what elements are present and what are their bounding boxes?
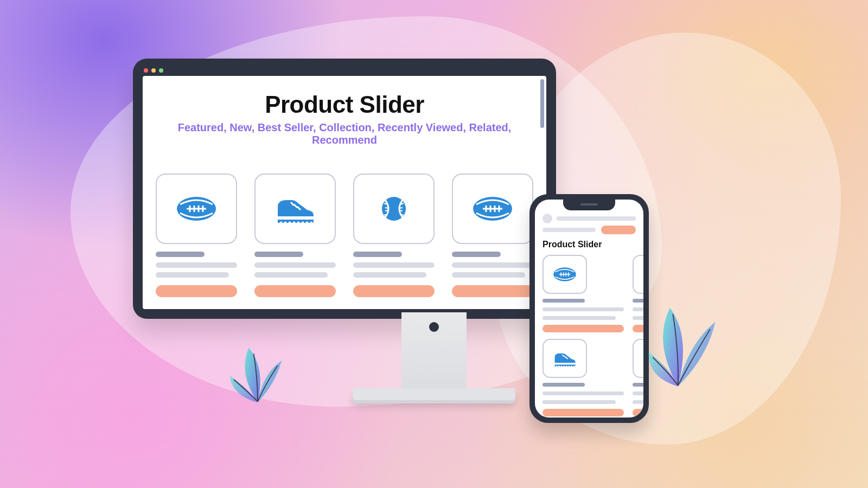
football-icon xyxy=(174,192,219,225)
cta-button[interactable] xyxy=(601,226,636,234)
plant-decoration-icon xyxy=(228,344,288,403)
desktop-screen: Product Slider Featured, New, Best Selle… xyxy=(143,76,546,309)
product-card[interactable] xyxy=(353,174,435,297)
mobile-mockup: Product Slider xyxy=(529,194,649,423)
text-placeholder xyxy=(633,400,643,404)
title-placeholder xyxy=(254,252,303,257)
text-placeholder xyxy=(633,391,643,395)
product-card[interactable] xyxy=(254,174,336,297)
product-card[interactable] xyxy=(633,339,643,416)
sneaker-icon xyxy=(273,192,317,225)
plant-decoration-icon xyxy=(648,307,718,388)
text-placeholder xyxy=(557,216,636,221)
product-thumb xyxy=(542,339,587,378)
window-traffic-lights xyxy=(144,68,545,73)
product-thumb xyxy=(452,174,533,244)
add-to-cart-button[interactable] xyxy=(452,285,533,297)
text-placeholder xyxy=(633,316,643,320)
title-placeholder xyxy=(156,252,205,257)
sneaker-icon xyxy=(552,349,577,368)
max-dot xyxy=(159,68,163,73)
product-slider xyxy=(155,174,534,297)
text-placeholder xyxy=(156,272,229,278)
football-icon xyxy=(470,192,515,225)
title-placeholder xyxy=(633,299,643,303)
baseball-icon xyxy=(372,192,416,225)
text-placeholder xyxy=(542,391,624,395)
text-placeholder xyxy=(452,262,533,268)
product-thumb xyxy=(633,255,643,294)
title-placeholder xyxy=(542,299,585,303)
phone-notch xyxy=(563,200,615,210)
desktop-mockup: Product Slider Featured, New, Best Selle… xyxy=(133,59,556,319)
add-to-cart-button[interactable] xyxy=(156,285,237,297)
product-card[interactable] xyxy=(452,174,533,297)
football-icon xyxy=(642,349,643,368)
product-card[interactable] xyxy=(633,255,643,332)
add-to-cart-button[interactable] xyxy=(633,409,643,416)
page-title: Product Slider xyxy=(155,91,534,118)
text-placeholder xyxy=(542,400,616,404)
text-placeholder xyxy=(156,262,237,268)
page-subtitle: Featured, New, Best Seller, Collection, … xyxy=(155,121,534,146)
title-placeholder xyxy=(452,252,501,257)
min-dot xyxy=(151,68,156,73)
product-card[interactable] xyxy=(156,174,237,297)
mobile-product-grid xyxy=(542,255,636,416)
title-placeholder xyxy=(353,252,402,257)
text-placeholder xyxy=(542,228,596,232)
product-thumb xyxy=(542,255,587,294)
text-placeholder xyxy=(353,262,435,268)
add-to-cart-button[interactable] xyxy=(353,285,435,297)
product-thumb xyxy=(633,339,643,378)
avatar-placeholder xyxy=(542,214,552,223)
text-placeholder xyxy=(353,272,426,278)
title-placeholder xyxy=(633,383,643,387)
add-to-cart-button[interactable] xyxy=(633,325,643,332)
text-placeholder xyxy=(542,316,616,320)
mobile-subheader xyxy=(542,226,636,234)
mobile-title: Product Slider xyxy=(542,240,636,249)
text-placeholder xyxy=(542,307,624,311)
scrollbar[interactable] xyxy=(540,79,544,128)
close-dot xyxy=(144,68,148,73)
text-placeholder xyxy=(254,262,336,268)
product-thumb xyxy=(156,174,237,244)
add-to-cart-button[interactable] xyxy=(254,285,336,297)
webcam-icon xyxy=(429,322,439,332)
product-card[interactable] xyxy=(542,255,624,332)
add-to-cart-button[interactable] xyxy=(542,325,624,332)
product-thumb xyxy=(254,174,336,244)
product-card[interactable] xyxy=(542,339,624,416)
text-placeholder xyxy=(254,272,328,278)
text-placeholder xyxy=(633,307,643,311)
mobile-screen: Product Slider xyxy=(535,200,643,418)
mobile-header xyxy=(542,214,636,223)
add-to-cart-button[interactable] xyxy=(542,409,624,416)
product-thumb xyxy=(353,174,435,244)
football-icon xyxy=(552,265,577,284)
title-placeholder xyxy=(542,383,585,387)
baseball-icon xyxy=(642,265,643,284)
text-placeholder xyxy=(452,272,525,278)
